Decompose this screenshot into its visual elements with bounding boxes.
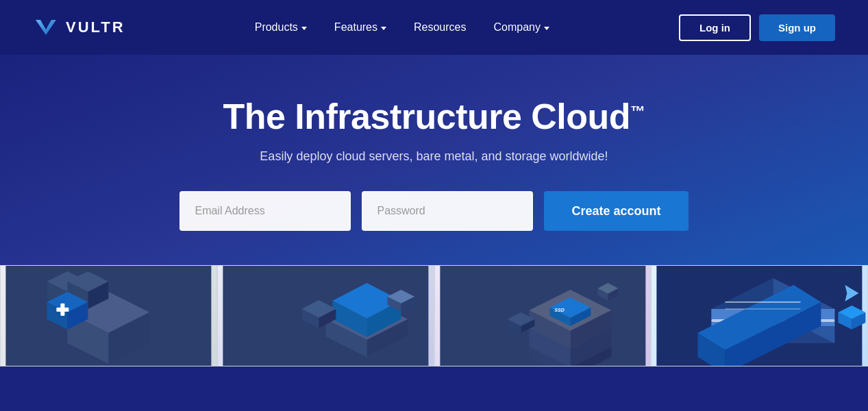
signup-form: Create account xyxy=(179,191,688,231)
card-storage-illustration: SSD xyxy=(435,265,651,366)
hero-title: The Infrastructure Cloud™ xyxy=(223,96,645,137)
vultr-logo-icon xyxy=(33,14,59,40)
card-baremetal xyxy=(217,265,434,366)
signup-button[interactable]: Sign up xyxy=(759,14,835,41)
nav-resources[interactable]: Resources xyxy=(403,16,477,39)
card-network-illustration xyxy=(652,265,867,366)
svg-text:SSD: SSD xyxy=(554,308,565,312)
card-compute xyxy=(0,265,217,366)
product-cards-strip: SSD xyxy=(0,265,868,366)
brand-name: VULTR xyxy=(66,18,125,36)
hero-subtitle: Easily deploy cloud servers, bare metal,… xyxy=(260,149,608,164)
card-compute-illustration xyxy=(1,265,216,366)
svg-rect-15 xyxy=(56,308,69,312)
chevron-down-icon xyxy=(544,27,549,30)
card-storage: SSD xyxy=(434,265,652,366)
hero-section: The Infrastructure Cloud™ Easily deploy … xyxy=(0,55,868,366)
chevron-down-icon xyxy=(301,27,307,30)
svg-marker-0 xyxy=(36,20,56,35)
chevron-down-icon xyxy=(381,27,386,30)
card-baremetal-illustration xyxy=(218,265,434,366)
nav-company[interactable]: Company xyxy=(482,16,560,39)
email-input[interactable] xyxy=(179,191,351,231)
login-button[interactable]: Log in xyxy=(679,14,751,41)
create-account-button[interactable]: Create account xyxy=(544,191,688,231)
nav-links: Products Features Resources Company xyxy=(244,16,560,39)
password-input[interactable] xyxy=(362,191,533,231)
card-network xyxy=(651,265,868,366)
nav-auth-buttons: Log in Sign up xyxy=(679,14,835,41)
logo[interactable]: VULTR xyxy=(33,14,125,40)
nav-products[interactable]: Products xyxy=(244,16,318,39)
nav-features[interactable]: Features xyxy=(323,16,397,39)
navbar: VULTR Products Features Resources Compan… xyxy=(0,0,868,55)
